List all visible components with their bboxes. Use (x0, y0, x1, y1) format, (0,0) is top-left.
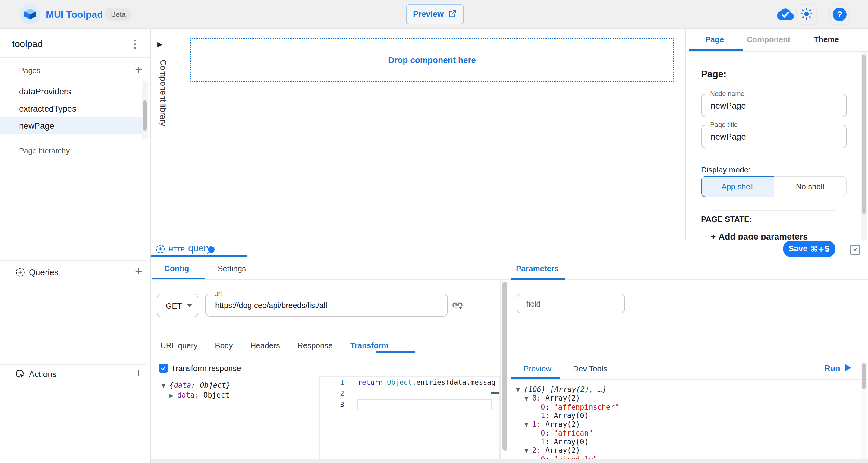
project-name: toolpad (12, 38, 43, 50)
tree-line[interactable]: ▼{data: Object} (161, 380, 230, 390)
tree-line[interactable]: 1: Array(0) (509, 411, 859, 420)
tab-parameters[interactable]: Parameters (516, 264, 559, 273)
help-icon: ? (833, 7, 846, 22)
tree-expanded-icon[interactable]: ▼ (516, 385, 524, 394)
help-button[interactable]: ? (830, 4, 850, 25)
add-action-button[interactable]: + (133, 368, 145, 380)
save-shortcut: ⌘+S (810, 244, 830, 253)
tree-segment: : Array(0) (545, 411, 589, 420)
sidebar-page-item[interactable]: newPage (0, 117, 148, 134)
tree-collapsed-icon[interactable]: ▶ (169, 391, 177, 400)
tree-expanded-icon[interactable]: ▼ (524, 446, 532, 455)
add-query-button[interactable]: + (133, 266, 145, 278)
tab-dev-tools[interactable]: Dev Tools (573, 364, 607, 373)
transform-response-label: Transform response (171, 364, 241, 373)
tree-line[interactable]: 1: Array(0) (509, 438, 859, 446)
tree-expanded-icon[interactable]: ▼ (161, 381, 169, 390)
drop-zone-label: Drop component here (388, 56, 476, 65)
app-title[interactable]: MUI Toolpad (46, 9, 103, 20)
preview-button[interactable]: Preview (406, 4, 464, 24)
request-tab-body[interactable]: Body (206, 341, 241, 350)
add-page-button[interactable]: + (133, 64, 145, 76)
request-tabs: URL queryBodyHeadersResponseTransform (152, 341, 397, 350)
tree-segment: Object (204, 391, 230, 399)
tree-line[interactable]: ▶data: Object (161, 390, 230, 400)
cloud-saved-icon (777, 7, 794, 22)
url-input[interactable] (215, 294, 439, 316)
drop-zone[interactable]: Drop component here (190, 38, 674, 82)
parameter-field[interactable] (517, 294, 625, 313)
tree-expanded-icon[interactable]: ▼ (524, 420, 532, 429)
pages-list: dataProvidersextractedTypesnewPage (0, 83, 148, 134)
actions-section-title: Actions (29, 370, 57, 379)
tab-settings[interactable]: Settings (218, 264, 246, 273)
tab-theme[interactable]: Theme (814, 35, 839, 44)
link-icon[interactable] (452, 299, 464, 312)
tree-segment: 0 (532, 394, 536, 402)
page-state-label: PAGE STATE: (701, 215, 752, 224)
page-title-input[interactable] (710, 125, 838, 148)
close-panel-button[interactable]: × (850, 245, 860, 255)
tree-segment: 0 (541, 429, 545, 437)
code-line[interactable]: 3 (320, 399, 499, 410)
component-library-label[interactable]: Component library (154, 60, 167, 192)
code-line[interactable]: 2 (320, 388, 499, 399)
open-in-new-icon (448, 9, 457, 19)
tree-line[interactable]: ▼(106) [Array(2), …] (509, 385, 859, 394)
transform-scope-tree: ▼{data: Object}▶data: Object (161, 380, 230, 400)
run-button[interactable]: Run (824, 364, 851, 373)
tree-line[interactable]: ▼2: Array(2) (509, 446, 859, 455)
request-tab-response[interactable]: Response (289, 341, 341, 350)
display-mode-app-shell[interactable]: App shell (701, 176, 774, 197)
component-library-expand-icon[interactable]: ▶ (157, 40, 162, 48)
code-token: ( (445, 378, 450, 386)
tab-config[interactable]: Config (164, 264, 189, 273)
preview-button-label: Preview (413, 10, 444, 19)
method-select-value: GET (166, 302, 182, 311)
transform-response-checkbox[interactable] (159, 364, 168, 373)
url-field[interactable] (205, 294, 448, 316)
sidebar-page-item[interactable]: extractedTypes (0, 100, 148, 117)
request-tab-url-query[interactable]: URL query (152, 341, 206, 350)
run-play-icon (844, 364, 851, 373)
theme-toggle-button[interactable] (796, 4, 817, 25)
config-panel-scrollbar[interactable] (500, 280, 509, 459)
result-scrollbar[interactable] (861, 361, 867, 459)
pages-list-scrollbar[interactable] (142, 81, 148, 139)
tree-line[interactable]: ▼0: Array(2) (509, 394, 859, 403)
tab-page[interactable]: Page (705, 35, 724, 44)
tree-line[interactable]: 0: "affenpinscher" (509, 403, 859, 412)
tab-component[interactable]: Component (747, 35, 790, 44)
tree-line[interactable]: ▼1: Array(2) (509, 420, 859, 429)
method-select[interactable]: GET (157, 294, 198, 317)
sidebar-page-item[interactable]: dataProviders (0, 83, 148, 100)
code-line-number: 1 (320, 377, 344, 388)
code-token: return (358, 378, 387, 386)
tree-segment: : Array(0) (545, 438, 589, 446)
tree-segment: data (177, 391, 195, 399)
tree-segment: (106) [Array(2), …] (524, 385, 607, 394)
save-button[interactable]: Save ⌘+S (783, 241, 835, 257)
tree-segment: : Array(2) (536, 420, 580, 429)
code-line[interactable]: 1return Object.entries(data.messag (320, 377, 499, 388)
inspector-scrollbar[interactable] (861, 53, 867, 240)
queries-icon (14, 267, 26, 279)
tree-segment: : (545, 403, 554, 411)
tree-expanded-icon[interactable]: ▼ (524, 394, 532, 403)
project-menu-kebab-icon[interactable]: ⋮ (129, 37, 141, 51)
request-tab-transform[interactable]: Transform (341, 341, 397, 350)
tree-line[interactable]: 0: "african" (509, 429, 859, 438)
beta-badge: Beta (105, 8, 132, 21)
display-mode-no-shell[interactable]: No shell (774, 176, 847, 197)
page-hierarchy-label[interactable]: Page hierarchy (19, 147, 70, 155)
tree-segment: : (195, 391, 204, 399)
request-tab-headers[interactable]: Headers (242, 341, 289, 350)
transform-code-editor[interactable]: 1return Object.entries(data.messag23 (319, 376, 500, 459)
bottom-scroll-strip[interactable] (151, 459, 868, 463)
tree-segment: data (174, 381, 191, 390)
tab-preview[interactable]: Preview (524, 364, 551, 373)
chevron-down-icon (187, 304, 192, 307)
node-name-input[interactable] (710, 94, 838, 117)
query-kind-icon (155, 244, 166, 256)
parameter-field-input[interactable] (526, 294, 617, 313)
